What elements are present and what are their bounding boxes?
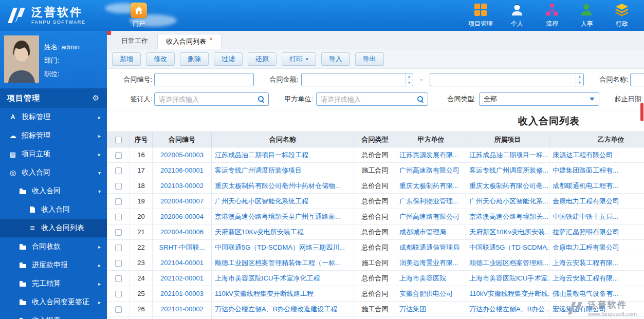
party-a-link[interactable]: 广州高速路有限公司	[399, 213, 459, 220]
party-a-link[interactable]: 成都城市管理局	[399, 228, 446, 236]
sidebar-item[interactable]: 收入合同	[0, 182, 107, 200]
row-checkbox[interactable]	[115, 291, 122, 297]
party-a-link[interactable]: 万达集团	[399, 305, 426, 313]
row-checkbox[interactable]	[115, 183, 122, 190]
row-checkbox[interactable]	[115, 152, 122, 159]
column-header-party-a[interactable]: 甲方单位	[396, 132, 466, 147]
nav-personal[interactable]: 个人	[506, 3, 528, 28]
row-checkbox[interactable]	[115, 275, 122, 282]
project-link[interactable]: 江苏成品油二期项目一标...	[469, 151, 548, 159]
nav-administration[interactable]: 行政	[611, 3, 633, 28]
contract-code-link[interactable]: 202101-00002	[160, 305, 204, 313]
party-a-link[interactable]: 上海市美容医院	[399, 274, 446, 282]
contract-name-link[interactable]: 江苏成品油二期项目一标段工程	[215, 151, 308, 159]
sidebar-item[interactable]: 收入合同	[0, 200, 107, 219]
party-b-link[interactable]: 中建集团路面工程有...	[553, 166, 618, 174]
project-link[interactable]: 中国联通5G（TD-SCDMA...	[469, 243, 549, 251]
sidebar-item[interactable]: 收入合同	[0, 163, 107, 182]
row-checkbox[interactable]	[115, 306, 122, 313]
party-a-link[interactable]: 重庆太极制药有限...	[399, 182, 458, 190]
contract-name-link[interactable]: 客运专线广州调度所装修项目	[215, 166, 302, 174]
project-link[interactable]: 重庆太极制药有限公司亳...	[469, 182, 548, 190]
toolbar-button[interactable]: 还原	[248, 52, 277, 66]
party-b-link[interactable]: 金康电力工程有限公司	[553, 197, 619, 205]
party-a-input[interactable]	[316, 92, 428, 106]
nav-hr[interactable]: 人事	[576, 3, 598, 28]
toolbar-button[interactable]: 导出	[355, 52, 384, 66]
sidebar-item[interactable]: 招标管理	[0, 126, 107, 145]
spinner-down-icon[interactable]	[406, 80, 413, 86]
contract-code-link[interactable]: 202005-00003	[160, 151, 204, 159]
party-a-link[interactable]: 润美远海置业有限...	[399, 259, 458, 267]
spinner-up-icon[interactable]	[406, 73, 413, 80]
table-row[interactable]: 26 202101-00002 万达办公楼左侧A、B办公楼改造建设工程 施工合同…	[107, 302, 644, 317]
row-checkbox[interactable]	[115, 229, 122, 236]
toolbar-button[interactable]: 导入	[321, 52, 350, 66]
contract-code-link[interactable]: 202004-00007	[160, 197, 204, 205]
contract-code-link[interactable]: 202106-00001	[160, 166, 204, 174]
party-a-link[interactable]: 江苏惠源发展有限...	[399, 151, 458, 159]
party-a-link[interactable]: 广州高速路有限公司	[399, 166, 459, 174]
project-link[interactable]: 天府新区10Kv变电所安装...	[469, 228, 549, 236]
toolbar-button[interactable]: 新增	[112, 52, 141, 66]
table-row[interactable]: 20 202006-00004 京港澳高速公路粤境韶关至广州互通路面... 总价…	[107, 209, 644, 224]
contract-name-link[interactable]: 重庆太极制药有限公司亳州中药材仓储物...	[215, 182, 341, 190]
nav-portal[interactable]: 门户	[107, 0, 171, 31]
party-b-link[interactable]: 金康电力工程有限公司	[553, 243, 619, 251]
toolbar-button[interactable]: 打印	[282, 52, 316, 66]
project-link[interactable]: 广州天心苑小区智能化系...	[469, 197, 548, 205]
row-checkbox[interactable]	[115, 260, 122, 267]
table-row[interactable]: 24 202102-00001 上海市美容医院ICU手术室净化工程 总价合同 上…	[107, 271, 644, 286]
tab[interactable]: 日常工作	[113, 33, 156, 49]
party-a-link[interactable]: 安徽合肥供电公司	[399, 290, 453, 297]
party-b-link[interactable]: 康源达工程有限公司	[553, 151, 613, 159]
sidebar-item[interactable]: 收入合同列表	[0, 219, 107, 237]
table-row[interactable]: 25 202101-00003 110kV安徽线程集变开断线路工程 总价合同 安…	[107, 286, 644, 302]
row-checkbox[interactable]	[115, 167, 122, 174]
sidebar-item[interactable]: 合同收款	[0, 237, 107, 256]
party-a-link[interactable]: 成都联通通信管理局	[399, 243, 459, 251]
sidebar-item[interactable]: 投标管理	[0, 108, 107, 126]
toolbar-button[interactable]: 过滤	[214, 52, 243, 66]
sidebar-item[interactable]: 进度款申报	[0, 256, 107, 274]
column-header-type[interactable]: 合同类型	[354, 132, 396, 147]
search-icon[interactable]	[257, 96, 265, 103]
contract-code-link[interactable]: 202101-00003	[160, 290, 204, 297]
column-header-name[interactable]: 合同名称	[212, 132, 354, 147]
table-row[interactable]: 17 202106-00001 客运专线广州调度所装修项目 施工合同 广州高速路…	[107, 163, 644, 178]
contract-type-select[interactable]: 全部	[479, 92, 599, 106]
table-row[interactable]	[107, 317, 644, 319]
signer-input[interactable]	[154, 92, 269, 106]
table-row[interactable]: 21 202004-00006 天府新区10Kv变电所安装工程 总价合同 成都城…	[107, 224, 644, 240]
contract-name-link[interactable]: 万达办公楼左侧A、B办公楼改造建设工程	[215, 305, 337, 313]
contract-no-input[interactable]	[154, 73, 254, 86]
column-header-party-b[interactable]: 乙方单位	[549, 132, 644, 147]
project-link[interactable]: 上海市美容医院ICU手术室...	[469, 274, 549, 282]
project-link[interactable]: 万达办公楼左侧A、B办公...	[469, 305, 549, 313]
row-checkbox[interactable]	[115, 214, 122, 220]
vertical-scrollbar-thumb[interactable]	[640, 103, 643, 121]
sidebar-item[interactable]: 完工结算	[0, 274, 107, 293]
project-link[interactable]: 京港澳高速公路粤境韶关...	[469, 213, 548, 220]
search-icon[interactable]	[417, 96, 424, 103]
party-a-link[interactable]: 广东保利物业管理...	[399, 197, 458, 205]
table-row[interactable]: 22 SRHT-中国联... 中国联通5G（TD-SCDMA）网络三期四川...…	[107, 240, 644, 255]
project-link[interactable]: 顺德工业园区档案管理精...	[469, 259, 548, 267]
column-header-code[interactable]: 合同编号	[153, 132, 212, 147]
project-link[interactable]: 110kV安徽线程集变开断线...	[469, 290, 549, 297]
sidebar-item[interactable]: 项目立项	[0, 145, 107, 163]
row-checkbox[interactable]	[115, 198, 122, 205]
spinner-down-icon[interactable]	[576, 80, 583, 86]
party-b-link[interactable]: 上海云安装工程有限...	[553, 274, 618, 282]
table-row[interactable]: 19 202004-00007 广州天心苑小区智能化系统工程 总价合同 广东保利…	[107, 194, 644, 209]
spinner-up-icon[interactable]	[576, 73, 583, 80]
tab[interactable]: 收入合同列表	[157, 34, 222, 49]
party-b-link[interactable]: 拉萨汇晶照明有限公司	[553, 228, 619, 236]
gear-icon[interactable]	[93, 93, 100, 103]
table-row[interactable]: 16 202005-00003 江苏成品油二期项目一标段工程 总价合同 江苏惠源…	[107, 147, 644, 163]
party-b-link[interactable]: 宏远集团有限公司	[553, 305, 606, 313]
contract-name-link[interactable]: 天府新区10Kv变电所安装工程	[215, 228, 304, 236]
tab-close-icon[interactable]	[209, 36, 213, 42]
column-header-project[interactable]: 所属项目	[466, 132, 549, 147]
contract-name-link[interactable]: 顺德工业园区档案管理精装饰工程（一标...	[215, 259, 341, 267]
